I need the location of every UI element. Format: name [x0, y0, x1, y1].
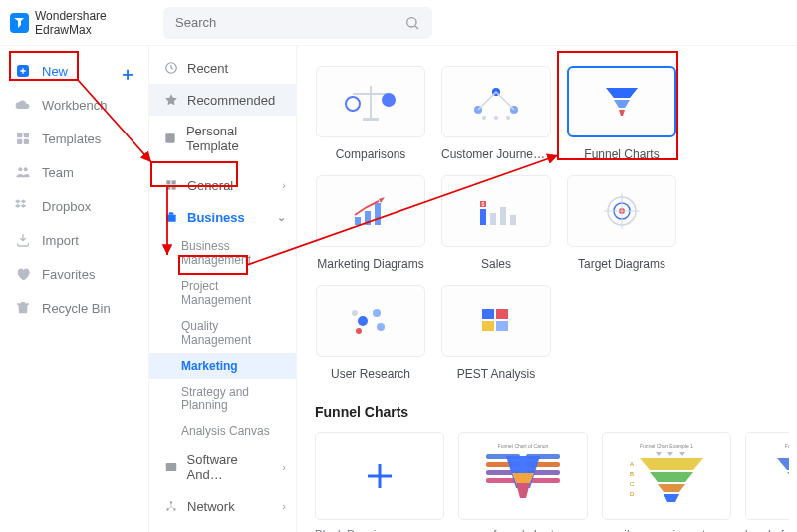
journey-icon: [441, 66, 551, 137]
blank-thumb: [315, 432, 444, 520]
svg-marker-74: [516, 483, 530, 498]
nav-templates[interactable]: Templates: [0, 122, 148, 155]
chevron-down-icon: ⌄: [277, 211, 286, 224]
svg-point-8: [24, 167, 28, 171]
business-icon: [163, 209, 179, 225]
subcat-marketing[interactable]: Marketing: [149, 353, 296, 379]
brand-name: Wondershare EdrawMax: [35, 9, 159, 37]
search-input-wrap[interactable]: [163, 7, 432, 39]
nav-dropbox[interactable]: Dropbox: [0, 189, 148, 223]
gallery-label: Blank Drawing: [315, 528, 444, 532]
template-card-comparisons[interactable]: Comparisons: [315, 66, 426, 161]
cat-recommended[interactable]: Recommended: [149, 84, 296, 116]
cat-personal-template[interactable]: Personal Template: [149, 116, 296, 161]
svg-text:$: $: [482, 201, 485, 207]
gallery-card-honda-funnel[interactable]: Funnel Chart of Honda honda-funnel-…: [745, 432, 789, 532]
svg-point-52: [358, 316, 368, 326]
marketing-icon: [316, 175, 425, 247]
template-card-target-diagrams[interactable]: Target Diagrams: [566, 175, 677, 271]
nav-recycle-bin[interactable]: Recycle Bin: [0, 291, 148, 325]
svg-point-33: [506, 116, 510, 120]
template-card-sales[interactable]: $ Sales: [440, 175, 552, 271]
svg-rect-15: [166, 215, 175, 222]
svg-marker-85: [777, 458, 789, 470]
subcat-business-management[interactable]: Business Management: [149, 233, 296, 273]
svg-point-25: [346, 97, 360, 111]
subcat-strategy-planning[interactable]: Strategy and Planning: [149, 379, 296, 418]
star-icon: [163, 92, 179, 108]
pest-icon: [441, 285, 551, 357]
search-input[interactable]: [175, 15, 404, 30]
gallery-card-blank[interactable]: Blank Drawing: [315, 432, 444, 532]
software-icon: [163, 459, 179, 475]
brand: Wondershare EdrawMax: [10, 9, 159, 37]
nav-label: Recycle Bin: [42, 301, 111, 316]
new-plus-button[interactable]: ＋: [119, 62, 136, 86]
svg-rect-39: [375, 203, 381, 225]
nav-team[interactable]: Team: [0, 155, 148, 189]
template-card-pest-analysis[interactable]: PEST Analysis: [440, 285, 552, 381]
svg-marker-82: [658, 484, 685, 492]
research-icon: [316, 285, 425, 357]
gallery-card-email-conversion[interactable]: Funnel Chart Example 1ABCD email-convers…: [602, 432, 731, 532]
svg-rect-14: [172, 186, 176, 190]
template-card-user-research[interactable]: User Research: [315, 285, 426, 381]
cat-label: Software And…: [187, 452, 275, 482]
chevron-right-icon: ›: [282, 461, 286, 473]
svg-text:D: D: [630, 491, 635, 497]
gallery-card-canon-funnel[interactable]: Funnel Chart of Canon canon-funnel-chart…: [458, 432, 588, 532]
cat-label: General: [187, 178, 233, 193]
svg-rect-38: [365, 211, 371, 225]
cat-business[interactable]: Business ⌄: [149, 201, 296, 233]
nav-workbench[interactable]: Workbench: [0, 88, 148, 122]
nav-favorites[interactable]: Favorites: [0, 257, 148, 291]
brand-logo-icon: [10, 13, 29, 33]
svg-text:Funnel Chart of Canon: Funnel Chart of Canon: [498, 443, 549, 449]
template-label: Funnel Charts: [584, 147, 659, 161]
svg-marker-81: [650, 472, 693, 482]
subcat-analysis-canvas[interactable]: Analysis Canvas: [149, 418, 296, 444]
svg-point-0: [407, 17, 416, 26]
svg-text:B: B: [630, 471, 634, 477]
svg-marker-34: [606, 88, 638, 98]
svg-rect-16: [166, 463, 177, 471]
svg-rect-44: [490, 213, 496, 225]
funnel-thumb-2: Funnel Chart Example 1ABCD: [602, 432, 731, 520]
template-card-funnel-charts[interactable]: Funnel Charts: [566, 66, 677, 161]
chevron-right-icon: ›: [282, 179, 286, 191]
svg-text:Funnel Chart of Honda: Funnel Chart of Honda: [785, 443, 789, 449]
svg-rect-45: [500, 207, 506, 225]
template-card-marketing-diagrams[interactable]: Marketing Diagrams: [315, 175, 426, 271]
primary-nav: ＋ New Workbench Templates Team Dropbox I…: [0, 46, 149, 532]
svg-rect-37: [355, 217, 361, 225]
svg-point-54: [377, 323, 385, 331]
svg-rect-13: [166, 186, 170, 190]
subcat-project-management[interactable]: Project Management: [149, 273, 296, 313]
funnel-thumb-3: Funnel Chart of Honda: [745, 432, 789, 520]
template-gallery: Blank Drawing Funnel Chart of Canon cano…: [315, 432, 789, 532]
subcat-quality-management[interactable]: Quality Management: [149, 313, 296, 353]
template-icon: [163, 131, 178, 146]
nav-label: Workbench: [42, 98, 108, 113]
svg-rect-11: [166, 180, 170, 184]
nav-import[interactable]: Import: [0, 223, 148, 257]
svg-point-7: [18, 167, 22, 171]
sales-icon: $: [441, 175, 551, 247]
template-card-customer-journey[interactable]: Customer Journey …: [440, 66, 552, 161]
cat-engineering[interactable]: Engineering ›: [149, 522, 296, 532]
svg-text:C: C: [630, 481, 635, 487]
svg-rect-4: [24, 133, 29, 137]
cat-software[interactable]: Software And… ›: [149, 444, 296, 490]
template-label: Marketing Diagrams: [317, 257, 423, 271]
nav-label: Import: [42, 233, 79, 248]
content-area: Comparisons Customer Journey … Funnel Ch…: [297, 46, 797, 532]
cat-general[interactable]: General ›: [149, 169, 296, 201]
gallery-label: email-conversion-rate-of-c…: [602, 528, 731, 532]
cat-recent[interactable]: Recent: [149, 52, 296, 84]
cat-network[interactable]: Network ›: [149, 490, 296, 522]
svg-point-32: [494, 116, 498, 120]
plus-square-icon: [14, 62, 32, 80]
import-icon: [14, 231, 32, 249]
cat-label: Recommended: [187, 93, 275, 108]
svg-marker-36: [619, 110, 625, 116]
